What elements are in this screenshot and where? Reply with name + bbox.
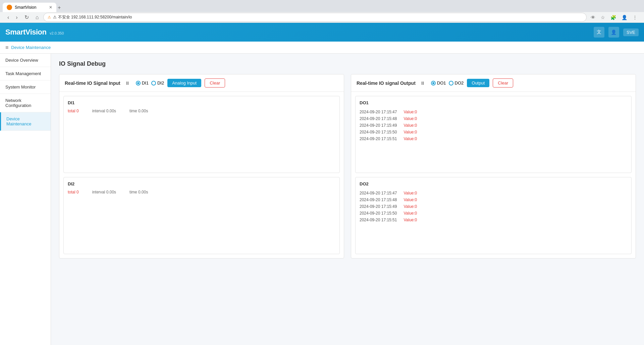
output-entry: 2024-09-20 17:15:48Value:0 xyxy=(360,115,627,122)
app-header: SmartVision v2.0.350 文 👤 SVE xyxy=(0,23,644,42)
entry-value: Value:0 xyxy=(404,123,417,128)
entry-value: Value:0 xyxy=(404,204,417,209)
entry-timestamp: 2024-09-20 17:15:49 xyxy=(360,204,397,209)
menu-toggle-button[interactable]: ≡ xyxy=(5,45,8,51)
reload-button[interactable]: ↻ xyxy=(22,13,31,21)
eye-icon[interactable]: 👁 xyxy=(589,14,597,21)
entry-timestamp: 2024-09-20 17:15:49 xyxy=(360,123,397,128)
app-logo: SmartVision xyxy=(5,28,46,36)
main-layout: Device Overview Task Management System M… xyxy=(0,54,644,345)
browser-tabs: SmartVision ✕ + xyxy=(3,0,62,12)
output-entry: 2024-09-20 17:15:50Value:0 xyxy=(360,129,627,135)
di2-title: DI2 xyxy=(68,181,335,186)
io-output-panels: DO1 2024-09-20 17:15:47Value:02024-09-20… xyxy=(351,92,636,258)
sidebar-item-network-configuration[interactable]: Network Configuration xyxy=(0,94,51,112)
toolbar-icons: 👁 ☆ 🧩 👤 ⋮ xyxy=(589,14,639,21)
radio-di2-circle xyxy=(151,81,156,85)
analog-input-button[interactable]: Analog Input xyxy=(167,79,201,87)
active-tab[interactable]: SmartVision ✕ xyxy=(3,3,56,12)
entry-value: Value:0 xyxy=(404,197,417,202)
sidebar-item-label: Network Configuration xyxy=(5,98,31,108)
star-icon[interactable]: ☆ xyxy=(599,14,606,21)
output-entry: 2024-09-20 17:15:51Value:0 xyxy=(360,135,627,142)
entry-value: Value:0 xyxy=(404,116,417,121)
radio-di1[interactable]: DI1 xyxy=(136,80,149,85)
url-text: ⚠ 不安全 192.168.111.92:58200/maintain/io xyxy=(53,14,132,20)
profile-icon[interactable]: 👤 xyxy=(620,14,629,21)
new-tab-button[interactable]: + xyxy=(56,3,62,12)
io-output-pause-button[interactable]: ⏸ xyxy=(420,80,425,86)
io-output-clear-button[interactable]: Clear xyxy=(493,78,513,88)
sidebar-item-device-maintenance[interactable]: Device Maintenance xyxy=(0,112,51,131)
do1-entries: 2024-09-20 17:15:47Value:02024-09-20 17:… xyxy=(360,109,627,142)
entry-timestamp: 2024-09-20 17:15:48 xyxy=(360,116,397,121)
back-button[interactable]: ‹ xyxy=(5,14,11,21)
sidebar-item-system-monitor[interactable]: System Monitor xyxy=(0,80,51,94)
content-area: IO Signal Debug Real-time IO Signal Inpu… xyxy=(51,54,644,345)
radio-do1-label: DO1 xyxy=(437,80,446,85)
di2-stats: total 0 interval 0.00s time 0.00s xyxy=(68,190,335,194)
radio-do1[interactable]: DO1 xyxy=(431,80,446,85)
forward-button[interactable]: › xyxy=(14,14,19,21)
app-logo-area: SmartVision v2.0.350 xyxy=(5,28,64,37)
tab-close-button[interactable]: ✕ xyxy=(49,5,52,10)
do1-title: DO1 xyxy=(360,100,627,105)
user-profile-button[interactable]: 👤 xyxy=(608,27,619,38)
output-entry: 2024-09-20 17:15:50Value:0 xyxy=(360,210,627,217)
di2-interval: interval 0.00s xyxy=(92,190,116,194)
sidebar-item-label: Task Management xyxy=(5,71,41,76)
entry-timestamp: 2024-09-20 17:15:47 xyxy=(360,191,397,195)
extension-icon[interactable]: 🧩 xyxy=(609,14,618,21)
radio-di1-label: DI1 xyxy=(142,80,149,85)
io-input-section: Real-time IO Signal Input ⏸ DI1 DI2 Anal… xyxy=(59,74,344,258)
di2-panel: DI2 total 0 interval 0.00s time 0.00s xyxy=(63,177,340,254)
io-input-clear-button[interactable]: Clear xyxy=(205,78,225,88)
sidebar-item-label: Device Overview xyxy=(5,58,38,63)
do2-panel: DO2 2024-09-20 17:15:47Value:02024-09-20… xyxy=(355,177,632,254)
di1-title: DI1 xyxy=(68,100,335,105)
do2-title: DO2 xyxy=(360,181,627,186)
header-icons: 文 👤 SVE xyxy=(594,27,639,38)
radio-di2-label: DI2 xyxy=(157,80,164,85)
di1-stats: total 0 interval 0.00s time 0.00s xyxy=(68,109,335,113)
io-input-radio-group: DI1 DI2 xyxy=(136,80,164,85)
io-output-title: Real-time IO signal Output xyxy=(357,80,416,86)
io-output-section: Real-time IO signal Output ⏸ DO1 DO2 Out… xyxy=(351,74,636,258)
di2-total: total 0 xyxy=(68,190,79,194)
di1-total: total 0 xyxy=(68,109,79,113)
output-entry: 2024-09-20 17:15:48Value:0 xyxy=(360,196,627,203)
io-input-panels: DI1 total 0 interval 0.00s time 0.00s DI… xyxy=(59,92,344,258)
output-entry: 2024-09-20 17:15:47Value:0 xyxy=(360,109,627,115)
translate-button[interactable]: 文 xyxy=(594,27,604,38)
io-input-title: Real-time IO Signal Input xyxy=(65,80,120,86)
sidebar-item-device-overview[interactable]: Device Overview xyxy=(0,54,51,67)
radio-do2-label: DO2 xyxy=(455,80,464,85)
di1-interval: interval 0.00s xyxy=(92,109,116,113)
radio-di2[interactable]: DI2 xyxy=(151,80,164,85)
entry-timestamp: 2024-09-20 17:15:47 xyxy=(360,110,397,114)
entry-value: Value:0 xyxy=(404,218,417,222)
entry-timestamp: 2024-09-20 17:15:50 xyxy=(360,211,397,216)
menu-icon[interactable]: ⋮ xyxy=(631,14,639,21)
sidebar-item-label: System Monitor xyxy=(5,84,36,90)
app-version: v2.0.350 xyxy=(50,31,64,35)
address-input[interactable]: ⚠ ⚠ 不安全 192.168.111.92:58200/maintain/io xyxy=(43,13,587,22)
entry-timestamp: 2024-09-20 17:15:51 xyxy=(360,218,397,222)
entry-timestamp: 2024-09-20 17:15:50 xyxy=(360,130,397,134)
output-entry: 2024-09-20 17:15:51Value:0 xyxy=(360,217,627,223)
entry-value: Value:0 xyxy=(404,191,417,195)
page-title: IO Signal Debug xyxy=(59,60,636,67)
home-button[interactable]: ⌂ xyxy=(34,14,41,21)
sidebar: Device Overview Task Management System M… xyxy=(0,54,51,345)
sidebar-item-task-management[interactable]: Task Management xyxy=(0,67,51,80)
io-grid: Real-time IO Signal Input ⏸ DI1 DI2 Anal… xyxy=(59,74,636,258)
output-entry: 2024-09-20 17:15:49Value:0 xyxy=(360,203,627,210)
output-button[interactable]: Output xyxy=(467,79,489,87)
address-bar: ‹ › ↻ ⌂ ⚠ ⚠ 不安全 192.168.111.92:58200/mai… xyxy=(0,12,644,23)
io-input-pause-button[interactable]: ⏸ xyxy=(125,80,130,86)
breadcrumb-current[interactable]: Device Maintenance xyxy=(11,45,51,50)
entry-timestamp: 2024-09-20 17:15:48 xyxy=(360,197,397,202)
tab-favicon xyxy=(7,5,12,10)
do2-entries: 2024-09-20 17:15:47Value:02024-09-20 17:… xyxy=(360,190,627,223)
radio-do2[interactable]: DO2 xyxy=(449,80,464,85)
